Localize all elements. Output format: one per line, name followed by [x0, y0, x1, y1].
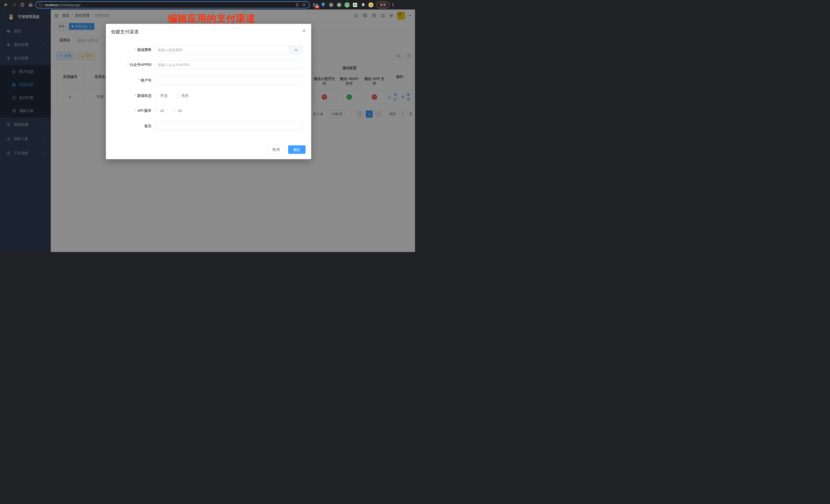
required-asterisk: *	[127, 63, 129, 67]
page-info-icon[interactable]: i	[39, 3, 43, 7]
dialog-body: *渠道费率 % *公众号APPID *商户号 *渠道状态	[106, 35, 311, 130]
dialog-footer: 取消 确定	[267, 145, 306, 154]
url-path: :1024/pay/app	[58, 3, 81, 7]
percent-suffix: %	[289, 46, 302, 54]
remark-label: 备注	[144, 124, 152, 128]
cancel-button[interactable]: 取消	[267, 145, 285, 154]
required-asterisk: *	[135, 108, 136, 113]
field-remark: 备注	[106, 121, 306, 130]
radio-status-disable[interactable]: 关闭	[175, 94, 188, 98]
extension-balloon-icon[interactable]	[321, 2, 326, 7]
create-payment-channel-dialog: 创建支付渠道 ✕ *渠道费率 % *公众号APPID *商户号	[106, 24, 311, 159]
radio-circle-icon	[175, 94, 179, 98]
appid-label: 公众号APPID	[130, 63, 152, 67]
browser-toolbar: i localhost:1024/pay/app 10 ⌘ y 更新 ⋮	[0, 0, 415, 9]
channel-status-label: 渠道状态	[137, 94, 152, 98]
radio-circle-icon	[172, 109, 176, 113]
field-appid: *公众号APPID	[106, 61, 306, 69]
dialog-close-icon[interactable]: ✕	[302, 28, 306, 33]
extensions-puzzle-icon[interactable]	[360, 2, 365, 7]
merchant-no-input[interactable]	[155, 75, 303, 85]
field-channel-rate: *渠道费率 %	[106, 45, 306, 54]
share-icon[interactable]	[295, 3, 299, 7]
extension-y-icon[interactable]: y	[345, 2, 350, 7]
appid-input[interactable]	[155, 61, 303, 69]
dialog-header: 创建支付渠道 ✕	[106, 24, 311, 35]
browser-update-button[interactable]: 更新	[377, 2, 389, 8]
required-asterisk: *	[135, 48, 136, 52]
extension-badge: 10	[315, 5, 319, 8]
radio-status-enable[interactable]: 开启	[155, 94, 167, 98]
field-channel-status: *渠道状态 开启 关闭	[106, 92, 306, 100]
extension-chat-icon[interactable]	[352, 2, 358, 7]
field-merchant-no: *商户号	[106, 75, 306, 85]
forward-icon[interactable]	[11, 2, 18, 8]
merchant-no-label: 商户号	[141, 78, 152, 82]
dialog-title: 创建支付渠道	[111, 29, 306, 35]
radio-api-v3[interactable]: v3	[172, 109, 182, 113]
profile-emoji-avatar[interactable]	[369, 2, 374, 7]
radio-circle-icon	[155, 94, 158, 98]
svg-text:⌘: ⌘	[330, 3, 333, 7]
extension-grid-icon[interactable]: 10	[313, 2, 318, 7]
api-version-label: API 版本	[137, 108, 152, 113]
back-icon[interactable]	[3, 2, 9, 8]
radio-circle-icon	[155, 109, 158, 113]
reload-icon[interactable]	[19, 2, 26, 8]
browser-menu-icon[interactable]: ⋮	[391, 3, 393, 7]
extensions-strip: 10 ⌘ y	[311, 2, 375, 7]
extension-command-icon[interactable]: ⌘	[329, 2, 334, 7]
required-asterisk: *	[135, 94, 136, 98]
annotation-text: 编辑应用的支付渠道	[168, 12, 256, 25]
extension-dot-icon[interactable]	[337, 2, 342, 7]
channel-rate-label: 渠道费率	[137, 48, 152, 52]
channel-rate-input[interactable]	[155, 46, 289, 54]
field-api-version: *API 版本 v2 v3	[106, 106, 306, 115]
required-asterisk: *	[138, 78, 140, 82]
url-host: localhost	[45, 3, 58, 7]
address-bar[interactable]: i localhost:1024/pay/app	[35, 1, 310, 8]
screen: i localhost:1024/pay/app 10 ⌘ y 更新 ⋮	[0, 0, 415, 252]
url-text: localhost:1024/pay/app	[45, 3, 81, 7]
bookmark-star-icon[interactable]	[302, 3, 306, 7]
svg-text:y: y	[346, 4, 348, 6]
home-icon[interactable]	[27, 2, 34, 8]
radio-api-v2[interactable]: v2	[155, 109, 164, 113]
confirm-button[interactable]: 确定	[288, 145, 306, 154]
remark-input[interactable]	[155, 121, 303, 130]
